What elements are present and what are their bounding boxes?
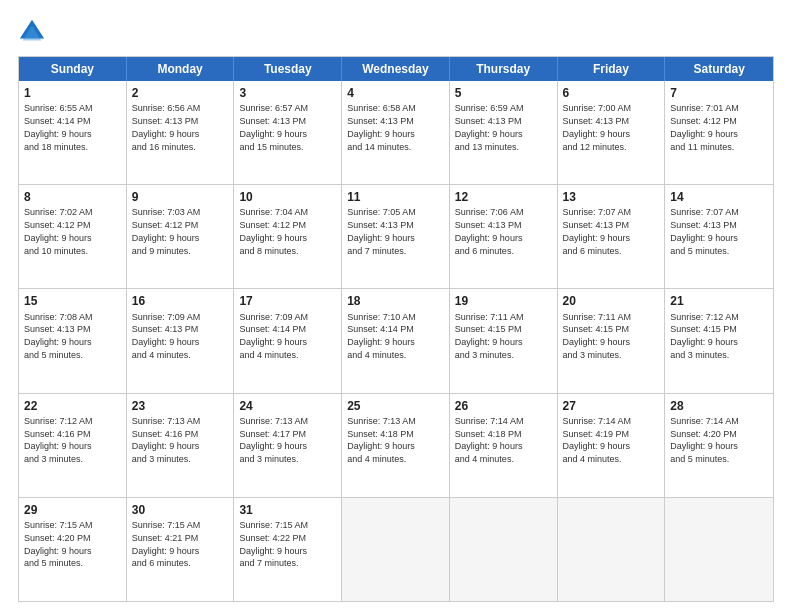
calendar-cell: 2Sunrise: 6:56 AMSunset: 4:13 PMDaylight… <box>127 81 235 184</box>
calendar-cell: 10Sunrise: 7:04 AMSunset: 4:12 PMDayligh… <box>234 185 342 288</box>
cell-info: Sunrise: 7:13 AMSunset: 4:16 PMDaylight:… <box>132 416 201 464</box>
calendar-cell: 23Sunrise: 7:13 AMSunset: 4:16 PMDayligh… <box>127 394 235 497</box>
day-number: 17 <box>239 293 336 309</box>
calendar-cell: 5Sunrise: 6:59 AMSunset: 4:13 PMDaylight… <box>450 81 558 184</box>
day-number: 14 <box>670 189 768 205</box>
day-number: 30 <box>132 502 229 518</box>
logo-icon <box>18 18 46 46</box>
day-number: 7 <box>670 85 768 101</box>
cell-info: Sunrise: 7:04 AMSunset: 4:12 PMDaylight:… <box>239 207 308 255</box>
calendar: SundayMondayTuesdayWednesdayThursdayFrid… <box>18 56 774 602</box>
calendar-header-day: Tuesday <box>234 57 342 81</box>
calendar-cell: 28Sunrise: 7:14 AMSunset: 4:20 PMDayligh… <box>665 394 773 497</box>
day-number: 16 <box>132 293 229 309</box>
cell-info: Sunrise: 6:56 AMSunset: 4:13 PMDaylight:… <box>132 103 201 151</box>
cell-info: Sunrise: 7:12 AMSunset: 4:16 PMDaylight:… <box>24 416 93 464</box>
calendar-cell: 24Sunrise: 7:13 AMSunset: 4:17 PMDayligh… <box>234 394 342 497</box>
day-number: 3 <box>239 85 336 101</box>
day-number: 13 <box>563 189 660 205</box>
cell-info: Sunrise: 7:15 AMSunset: 4:20 PMDaylight:… <box>24 520 93 568</box>
day-number: 2 <box>132 85 229 101</box>
calendar-cell: 3Sunrise: 6:57 AMSunset: 4:13 PMDaylight… <box>234 81 342 184</box>
day-number: 15 <box>24 293 121 309</box>
calendar-cell: 16Sunrise: 7:09 AMSunset: 4:13 PMDayligh… <box>127 289 235 392</box>
cell-info: Sunrise: 7:11 AMSunset: 4:15 PMDaylight:… <box>563 312 632 360</box>
cell-info: Sunrise: 7:14 AMSunset: 4:19 PMDaylight:… <box>563 416 632 464</box>
calendar-cell <box>665 498 773 601</box>
calendar-cell: 17Sunrise: 7:09 AMSunset: 4:14 PMDayligh… <box>234 289 342 392</box>
cell-info: Sunrise: 7:10 AMSunset: 4:14 PMDaylight:… <box>347 312 416 360</box>
cell-info: Sunrise: 7:05 AMSunset: 4:13 PMDaylight:… <box>347 207 416 255</box>
day-number: 8 <box>24 189 121 205</box>
cell-info: Sunrise: 7:00 AMSunset: 4:13 PMDaylight:… <box>563 103 632 151</box>
cell-info: Sunrise: 7:15 AMSunset: 4:21 PMDaylight:… <box>132 520 201 568</box>
calendar-cell: 29Sunrise: 7:15 AMSunset: 4:20 PMDayligh… <box>19 498 127 601</box>
calendar-cell: 9Sunrise: 7:03 AMSunset: 4:12 PMDaylight… <box>127 185 235 288</box>
cell-info: Sunrise: 7:09 AMSunset: 4:13 PMDaylight:… <box>132 312 201 360</box>
calendar-cell: 21Sunrise: 7:12 AMSunset: 4:15 PMDayligh… <box>665 289 773 392</box>
cell-info: Sunrise: 7:07 AMSunset: 4:13 PMDaylight:… <box>563 207 632 255</box>
cell-info: Sunrise: 7:02 AMSunset: 4:12 PMDaylight:… <box>24 207 93 255</box>
calendar-row: 15Sunrise: 7:08 AMSunset: 4:13 PMDayligh… <box>19 289 773 393</box>
calendar-row: 22Sunrise: 7:12 AMSunset: 4:16 PMDayligh… <box>19 394 773 498</box>
day-number: 28 <box>670 398 768 414</box>
calendar-page: SundayMondayTuesdayWednesdayThursdayFrid… <box>0 0 792 612</box>
calendar-cell: 18Sunrise: 7:10 AMSunset: 4:14 PMDayligh… <box>342 289 450 392</box>
calendar-cell: 30Sunrise: 7:15 AMSunset: 4:21 PMDayligh… <box>127 498 235 601</box>
cell-info: Sunrise: 7:06 AMSunset: 4:13 PMDaylight:… <box>455 207 524 255</box>
cell-info: Sunrise: 7:14 AMSunset: 4:20 PMDaylight:… <box>670 416 739 464</box>
cell-info: Sunrise: 7:15 AMSunset: 4:22 PMDaylight:… <box>239 520 308 568</box>
calendar-cell: 4Sunrise: 6:58 AMSunset: 4:13 PMDaylight… <box>342 81 450 184</box>
calendar-cell: 25Sunrise: 7:13 AMSunset: 4:18 PMDayligh… <box>342 394 450 497</box>
calendar-cell: 13Sunrise: 7:07 AMSunset: 4:13 PMDayligh… <box>558 185 666 288</box>
calendar-cell: 20Sunrise: 7:11 AMSunset: 4:15 PMDayligh… <box>558 289 666 392</box>
calendar-cell: 31Sunrise: 7:15 AMSunset: 4:22 PMDayligh… <box>234 498 342 601</box>
logo <box>18 18 50 46</box>
calendar-cell: 27Sunrise: 7:14 AMSunset: 4:19 PMDayligh… <box>558 394 666 497</box>
cell-info: Sunrise: 7:14 AMSunset: 4:18 PMDaylight:… <box>455 416 524 464</box>
cell-info: Sunrise: 7:01 AMSunset: 4:12 PMDaylight:… <box>670 103 739 151</box>
calendar-header-day: Friday <box>558 57 666 81</box>
calendar-cell <box>342 498 450 601</box>
calendar-cell <box>450 498 558 601</box>
day-number: 23 <box>132 398 229 414</box>
day-number: 10 <box>239 189 336 205</box>
day-number: 24 <box>239 398 336 414</box>
cell-info: Sunrise: 7:12 AMSunset: 4:15 PMDaylight:… <box>670 312 739 360</box>
day-number: 25 <box>347 398 444 414</box>
cell-info: Sunrise: 6:58 AMSunset: 4:13 PMDaylight:… <box>347 103 416 151</box>
day-number: 26 <box>455 398 552 414</box>
day-number: 21 <box>670 293 768 309</box>
page-header <box>18 18 774 46</box>
calendar-header: SundayMondayTuesdayWednesdayThursdayFrid… <box>19 57 773 81</box>
day-number: 29 <box>24 502 121 518</box>
cell-info: Sunrise: 6:57 AMSunset: 4:13 PMDaylight:… <box>239 103 308 151</box>
cell-info: Sunrise: 7:13 AMSunset: 4:18 PMDaylight:… <box>347 416 416 464</box>
calendar-row: 29Sunrise: 7:15 AMSunset: 4:20 PMDayligh… <box>19 498 773 601</box>
day-number: 12 <box>455 189 552 205</box>
day-number: 31 <box>239 502 336 518</box>
calendar-cell: 8Sunrise: 7:02 AMSunset: 4:12 PMDaylight… <box>19 185 127 288</box>
calendar-cell <box>558 498 666 601</box>
calendar-cell: 22Sunrise: 7:12 AMSunset: 4:16 PMDayligh… <box>19 394 127 497</box>
day-number: 27 <box>563 398 660 414</box>
calendar-cell: 14Sunrise: 7:07 AMSunset: 4:13 PMDayligh… <box>665 185 773 288</box>
cell-info: Sunrise: 7:11 AMSunset: 4:15 PMDaylight:… <box>455 312 524 360</box>
calendar-row: 1Sunrise: 6:55 AMSunset: 4:14 PMDaylight… <box>19 81 773 185</box>
day-number: 22 <box>24 398 121 414</box>
day-number: 20 <box>563 293 660 309</box>
day-number: 5 <box>455 85 552 101</box>
calendar-row: 8Sunrise: 7:02 AMSunset: 4:12 PMDaylight… <box>19 185 773 289</box>
calendar-cell: 6Sunrise: 7:00 AMSunset: 4:13 PMDaylight… <box>558 81 666 184</box>
cell-info: Sunrise: 7:07 AMSunset: 4:13 PMDaylight:… <box>670 207 739 255</box>
cell-info: Sunrise: 7:03 AMSunset: 4:12 PMDaylight:… <box>132 207 201 255</box>
day-number: 4 <box>347 85 444 101</box>
calendar-body: 1Sunrise: 6:55 AMSunset: 4:14 PMDaylight… <box>19 81 773 601</box>
cell-info: Sunrise: 7:13 AMSunset: 4:17 PMDaylight:… <box>239 416 308 464</box>
calendar-header-day: Monday <box>127 57 235 81</box>
calendar-cell: 11Sunrise: 7:05 AMSunset: 4:13 PMDayligh… <box>342 185 450 288</box>
cell-info: Sunrise: 7:08 AMSunset: 4:13 PMDaylight:… <box>24 312 93 360</box>
day-number: 6 <box>563 85 660 101</box>
day-number: 19 <box>455 293 552 309</box>
cell-info: Sunrise: 6:55 AMSunset: 4:14 PMDaylight:… <box>24 103 93 151</box>
